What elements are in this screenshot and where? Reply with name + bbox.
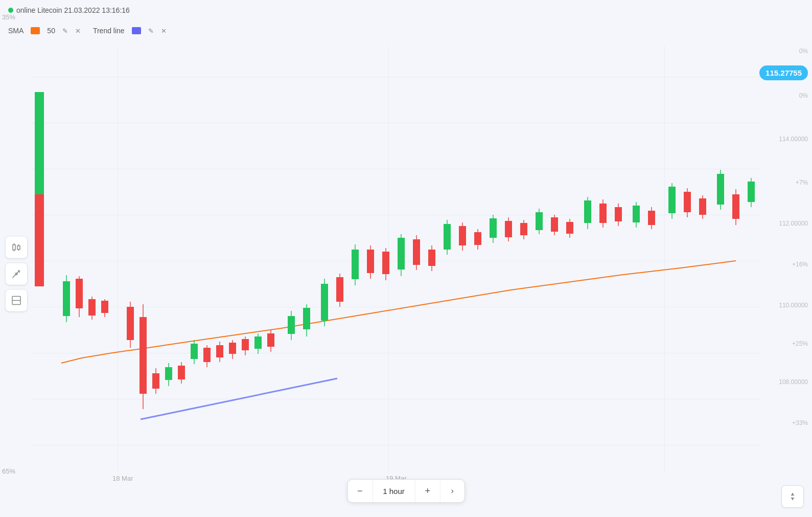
svg-rect-33 bbox=[203, 348, 211, 362]
svg-rect-97 bbox=[699, 198, 706, 215]
svg-rect-37 bbox=[229, 343, 236, 354]
svg-rect-3 bbox=[17, 245, 20, 249]
timeframe-arrow-button[interactable]: › bbox=[440, 480, 465, 502]
compress-icon bbox=[787, 491, 798, 502]
svg-rect-19 bbox=[101, 301, 108, 313]
svg-rect-39 bbox=[242, 339, 249, 350]
svg-rect-17 bbox=[88, 299, 96, 316]
svg-rect-89 bbox=[633, 206, 640, 222]
y-label-0pct-top: 0% bbox=[799, 48, 808, 55]
svg-rect-69 bbox=[474, 232, 481, 245]
current-price-value: 115.27755 bbox=[765, 69, 802, 77]
svg-rect-99 bbox=[717, 174, 724, 205]
svg-rect-47 bbox=[303, 308, 310, 329]
y-label-108: 108.00000 bbox=[779, 378, 808, 386]
svg-rect-41 bbox=[254, 336, 262, 349]
y-label-114: 114.00000 bbox=[779, 136, 808, 143]
svg-rect-23 bbox=[140, 317, 147, 394]
trend-close-icon[interactable]: ✕ bbox=[161, 27, 167, 35]
svg-rect-63 bbox=[428, 250, 435, 266]
trend-label: Trend line bbox=[93, 27, 125, 35]
draw-icon bbox=[11, 268, 22, 279]
pct-label-top: 35% bbox=[2, 13, 15, 21]
draw-tool-button[interactable] bbox=[5, 262, 28, 285]
svg-rect-27 bbox=[165, 367, 172, 380]
y-label-16pct: +16% bbox=[792, 261, 808, 268]
sma-color-box bbox=[31, 27, 40, 34]
current-price-badge: 115.27755 bbox=[759, 65, 808, 80]
left-tools bbox=[5, 236, 28, 311]
trend-edit-icon[interactable]: ✎ bbox=[148, 27, 154, 35]
online-indicator: online Litecoin 21.03.2022 13:16:16 bbox=[8, 6, 130, 14]
svg-rect-51 bbox=[336, 277, 343, 302]
svg-rect-87 bbox=[615, 207, 622, 221]
svg-rect-29 bbox=[178, 366, 185, 379]
pct-label-bottom: 65% bbox=[2, 467, 15, 475]
candlestick-tool-button[interactable] bbox=[5, 236, 28, 258]
y-label-25pct: +25% bbox=[792, 340, 808, 347]
svg-rect-81 bbox=[566, 222, 573, 234]
y-label-0pct-2: 0% bbox=[799, 92, 808, 99]
x-label-18mar: 18 Mar bbox=[112, 475, 133, 482]
chart-container: online Litecoin 21.03.2022 13:16:16 SMA … bbox=[0, 0, 812, 517]
y-label-110: 110.00000 bbox=[779, 302, 808, 309]
svg-rect-57 bbox=[382, 252, 389, 274]
y-label-7pct: +7% bbox=[796, 179, 808, 186]
indicators-bar: SMA 50 ✎ ✕ Trend line ✎ ✕ bbox=[8, 27, 167, 35]
svg-rect-95 bbox=[684, 192, 691, 212]
svg-rect-15 bbox=[76, 279, 83, 308]
svg-rect-75 bbox=[520, 223, 527, 235]
layout-tool-button[interactable] bbox=[5, 289, 28, 311]
sma-period: 50 bbox=[47, 27, 55, 35]
svg-rect-85 bbox=[599, 204, 607, 223]
y-label-33pct: +33% bbox=[792, 419, 808, 426]
svg-rect-55 bbox=[367, 250, 374, 273]
svg-rect-79 bbox=[551, 217, 558, 232]
svg-rect-67 bbox=[459, 226, 466, 245]
svg-rect-83 bbox=[584, 200, 591, 223]
svg-rect-61 bbox=[413, 239, 420, 265]
timeframe-control[interactable]: − 1 hour + › bbox=[347, 479, 465, 503]
timeframe-label: 1 hour bbox=[372, 480, 415, 502]
timeframe-increase-button[interactable]: + bbox=[415, 480, 440, 502]
svg-rect-77 bbox=[536, 212, 543, 230]
top-bar: online Litecoin 21.03.2022 13:16:16 bbox=[8, 6, 130, 14]
trend-line bbox=[141, 378, 337, 419]
sma-label: SMA bbox=[8, 27, 24, 35]
svg-rect-59 bbox=[398, 238, 405, 269]
svg-rect-21 bbox=[127, 307, 134, 340]
svg-rect-49 bbox=[321, 284, 328, 321]
y-label-112: 112.00000 bbox=[779, 220, 808, 227]
sma-edit-icon[interactable]: ✎ bbox=[62, 27, 68, 35]
svg-rect-91 bbox=[648, 211, 655, 225]
svg-rect-71 bbox=[490, 218, 497, 238]
svg-rect-0 bbox=[13, 244, 15, 250]
candlestick-icon bbox=[11, 241, 22, 253]
main-chart-svg bbox=[31, 46, 761, 476]
sma-line bbox=[61, 261, 736, 363]
svg-rect-45 bbox=[288, 316, 295, 334]
svg-rect-31 bbox=[191, 344, 198, 359]
asset-label: online Litecoin 21.03.2022 13:16:16 bbox=[16, 6, 130, 14]
svg-rect-35 bbox=[216, 345, 223, 357]
layout-icon bbox=[11, 295, 22, 306]
svg-rect-65 bbox=[444, 224, 451, 250]
trend-color-box bbox=[132, 27, 141, 34]
svg-rect-13 bbox=[63, 281, 70, 316]
svg-rect-93 bbox=[668, 187, 676, 213]
svg-rect-25 bbox=[152, 373, 159, 389]
timeframe-decrease-button[interactable]: − bbox=[347, 480, 372, 502]
svg-rect-73 bbox=[505, 221, 512, 237]
svg-rect-53 bbox=[352, 250, 359, 279]
sma-close-icon[interactable]: ✕ bbox=[75, 27, 81, 35]
compress-button[interactable] bbox=[781, 485, 804, 508]
online-dot bbox=[8, 8, 13, 13]
svg-rect-101 bbox=[732, 194, 739, 219]
left-bar-green bbox=[35, 92, 44, 194]
svg-rect-43 bbox=[267, 333, 274, 347]
svg-rect-103 bbox=[748, 182, 755, 202]
